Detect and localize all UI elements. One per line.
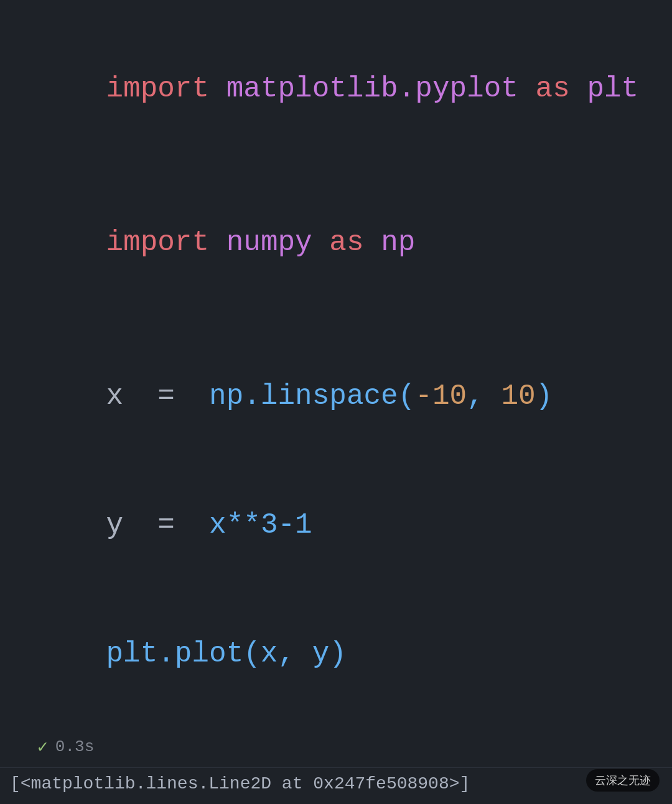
alias-np: np	[381, 227, 415, 259]
alias-plt: plt	[587, 73, 638, 105]
op-eq-2: =	[141, 509, 175, 541]
as-keyword-1: as	[536, 73, 570, 105]
code-cell: import matplotlib.pyplot as plt import n…	[0, 0, 672, 731]
keyword-import-2: import	[106, 227, 209, 259]
module-matplotlib: matplotlib.pyplot	[209, 73, 518, 105]
check-icon: ✓	[37, 736, 48, 757]
code-line-5: plt.plot(x, y)	[37, 590, 635, 719]
op-eq-1: =	[141, 380, 175, 413]
code-line-3: x = np.linspace(-10, 10)	[37, 332, 635, 461]
execution-bar: ✓ 0.3s	[0, 731, 672, 767]
num-neg10: -10	[415, 380, 467, 413]
code-line-4: y = x**3-1	[37, 461, 635, 590]
output-text: [<matplotlib.lines.Line2D at 0x247fe5089…	[0, 767, 672, 803]
code-line-1: import matplotlib.pyplot as plt	[37, 25, 635, 154]
fn-plot: plt.plot(x, y)	[106, 638, 346, 670]
expr-y: x**3-1	[192, 509, 312, 541]
as-keyword-2: as	[329, 227, 363, 259]
paren-close-1: )	[536, 380, 553, 413]
execution-time: 0.3s	[55, 737, 94, 756]
code-line-2: import numpy as np	[37, 179, 635, 307]
var-x: x	[106, 380, 123, 413]
module-numpy: numpy	[209, 227, 312, 259]
fn-linspace: np.linspace(	[192, 380, 415, 413]
num-10: 10	[501, 380, 535, 413]
comma-1: ,	[467, 380, 484, 413]
watermark: 云深之无迹	[586, 769, 660, 792]
var-y: y	[106, 509, 123, 541]
keyword-import-1: import	[106, 73, 209, 105]
